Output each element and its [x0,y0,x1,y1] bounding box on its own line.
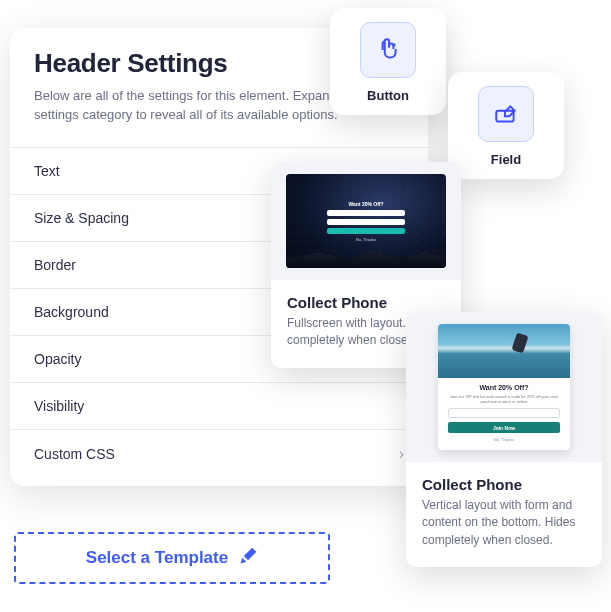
thumbnail-submit: Join Now [448,422,560,433]
category-label: Custom CSS [34,446,115,462]
category-label: Text [34,163,60,179]
element-field-chip[interactable]: Field [448,72,564,179]
thumbnail-input [448,408,560,418]
thumbnail-body: Want 20% Off? Join our VIP text list and… [438,378,570,451]
thumbnail-headline: Want 20% Off? [479,384,528,391]
edit-field-icon [478,86,534,142]
template-thumbnail: Want 20% Off? No, Thanks [271,162,461,280]
thumbnail-input [327,210,405,216]
thumbnail-submit [327,228,405,234]
template-title: Collect Phone [422,476,586,493]
design-tools-icon [238,546,258,571]
thumbnail-popup-preview: Want 20% Off? Join our VIP text list and… [438,324,570,451]
thumbnail-headline: Want 20% Off? [348,201,383,207]
element-button-chip[interactable]: Button [330,8,446,115]
category-label: Size & Spacing [34,210,129,226]
select-template-button[interactable]: Select a Template [14,532,330,584]
category-label: Opacity [34,351,81,367]
template-card-vertical[interactable]: Want 20% Off? Join our VIP text list and… [406,312,602,567]
select-template-label: Select a Template [86,548,228,568]
template-thumbnail: Want 20% Off? Join our VIP text list and… [406,312,602,462]
thumbnail-input [327,219,405,225]
element-field-label: Field [491,152,521,167]
thumbnail-fullscreen-preview: Want 20% Off? No, Thanks [286,174,446,268]
chevron-right-icon: › [399,445,404,463]
category-custom-css[interactable]: Custom CSS › [10,429,428,478]
template-description: Vertical layout with form and content on… [422,497,586,549]
element-button-label: Button [367,88,409,103]
template-title: Collect Phone [287,294,445,311]
thumbnail-decline-link: No, Thanks [356,237,376,242]
thumbnail-subtext: Join our VIP text list and receive a cod… [448,395,560,405]
category-label: Border [34,257,76,273]
category-visibility[interactable]: Visibility [10,382,428,429]
pointer-icon [360,22,416,78]
category-label: Background [34,304,109,320]
thumbnail-hero-image [438,324,570,378]
template-meta: Collect Phone Vertical layout with form … [406,462,602,567]
category-label: Visibility [34,398,84,414]
thumbnail-form: Want 20% Off? No, Thanks [321,201,411,242]
thumbnail-decline-link: No, Thanks [494,437,514,442]
